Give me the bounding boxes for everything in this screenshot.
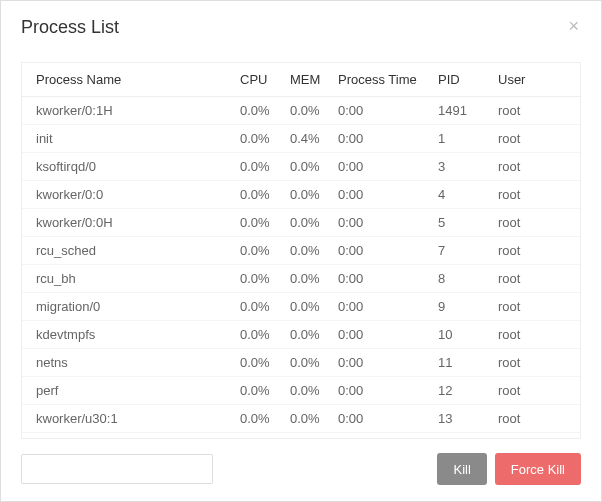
table-row[interactable]: migration/00.0%0.0%0:009root — [22, 293, 580, 321]
cell-time: 0:00 — [330, 153, 430, 181]
modal-title: Process List — [21, 17, 119, 38]
cell-mem: 0.0% — [282, 349, 330, 377]
modal-header: Process List × — [1, 1, 601, 52]
cell-user: root — [490, 237, 580, 265]
cell-pid: 7 — [430, 237, 490, 265]
cell-mem: 0.0% — [282, 293, 330, 321]
table-row[interactable]: kworker/0:0H0.0%0.0%0:005root — [22, 209, 580, 237]
col-header-time[interactable]: Process Time — [330, 63, 430, 97]
cell-pid: 3 — [430, 153, 490, 181]
cell-name: kworker/u30:1 — [22, 405, 232, 433]
cell-pid: 13 — [430, 405, 490, 433]
cell-name: kdevtmpfs — [22, 321, 232, 349]
cell-mem: 0.0% — [282, 153, 330, 181]
cell-name: perf — [22, 377, 232, 405]
cell-pid: 8 — [430, 265, 490, 293]
cell-time: 0:00 — [330, 265, 430, 293]
table-row[interactable]: xenwatch0.0%0.0%0:0015root — [22, 433, 580, 440]
cell-time: 0:00 — [330, 433, 430, 440]
cell-time: 0:00 — [330, 181, 430, 209]
cell-cpu: 0.0% — [232, 433, 282, 440]
table-row[interactable]: kworker/0:00.0%0.0%0:004root — [22, 181, 580, 209]
table-row[interactable]: ksoftirqd/00.0%0.0%0:003root — [22, 153, 580, 181]
cell-time: 0:00 — [330, 349, 430, 377]
cell-name: netns — [22, 349, 232, 377]
table-row[interactable]: kworker/u30:10.0%0.0%0:0013root — [22, 405, 580, 433]
cell-user: root — [490, 377, 580, 405]
cell-user: root — [490, 265, 580, 293]
cell-mem: 0.0% — [282, 321, 330, 349]
cell-mem: 0.4% — [282, 125, 330, 153]
cell-mem: 0.0% — [282, 265, 330, 293]
modal-footer: Kill Force Kill — [1, 439, 601, 501]
cell-user: root — [490, 405, 580, 433]
cell-pid: 4 — [430, 181, 490, 209]
cell-name: xenwatch — [22, 433, 232, 440]
cell-pid: 5 — [430, 209, 490, 237]
cell-cpu: 0.0% — [232, 181, 282, 209]
kill-button[interactable]: Kill — [437, 453, 486, 485]
col-header-user[interactable]: User — [490, 63, 580, 97]
cell-name: kworker/0:1H — [22, 97, 232, 125]
filter-input[interactable] — [21, 454, 213, 484]
cell-time: 0:00 — [330, 125, 430, 153]
cell-time: 0:00 — [330, 209, 430, 237]
cell-pid: 9 — [430, 293, 490, 321]
cell-name: migration/0 — [22, 293, 232, 321]
cell-cpu: 0.0% — [232, 153, 282, 181]
table-row[interactable]: kdevtmpfs0.0%0.0%0:0010root — [22, 321, 580, 349]
table-row[interactable]: init0.0%0.4%0:001root — [22, 125, 580, 153]
cell-cpu: 0.0% — [232, 237, 282, 265]
cell-mem: 0.0% — [282, 377, 330, 405]
cell-user: root — [490, 209, 580, 237]
cell-user: root — [490, 433, 580, 440]
cell-time: 0:00 — [330, 377, 430, 405]
force-kill-button[interactable]: Force Kill — [495, 453, 581, 485]
cell-pid: 10 — [430, 321, 490, 349]
cell-cpu: 0.0% — [232, 125, 282, 153]
cell-time: 0:00 — [330, 405, 430, 433]
table-row[interactable]: perf0.0%0.0%0:0012root — [22, 377, 580, 405]
cell-user: root — [490, 125, 580, 153]
cell-time: 0:00 — [330, 321, 430, 349]
process-table: Process Name CPU MEM Process Time PID Us… — [22, 63, 580, 439]
col-header-name[interactable]: Process Name — [22, 63, 232, 97]
table-row[interactable]: rcu_sched0.0%0.0%0:007root — [22, 237, 580, 265]
col-header-mem[interactable]: MEM — [282, 63, 330, 97]
col-header-cpu[interactable]: CPU — [232, 63, 282, 97]
cell-pid: 1491 — [430, 97, 490, 125]
table-header-row: Process Name CPU MEM Process Time PID Us… — [22, 63, 580, 97]
cell-time: 0:00 — [330, 293, 430, 321]
cell-user: root — [490, 293, 580, 321]
cell-cpu: 0.0% — [232, 349, 282, 377]
cell-mem: 0.0% — [282, 433, 330, 440]
cell-pid: 12 — [430, 377, 490, 405]
cell-mem: 0.0% — [282, 237, 330, 265]
cell-cpu: 0.0% — [232, 209, 282, 237]
col-header-pid[interactable]: PID — [430, 63, 490, 97]
cell-user: root — [490, 181, 580, 209]
cell-time: 0:00 — [330, 237, 430, 265]
cell-name: kworker/0:0H — [22, 209, 232, 237]
table-row[interactable]: netns0.0%0.0%0:0011root — [22, 349, 580, 377]
cell-name: kworker/0:0 — [22, 181, 232, 209]
cell-cpu: 0.0% — [232, 321, 282, 349]
cell-user: root — [490, 321, 580, 349]
cell-name: rcu_bh — [22, 265, 232, 293]
cell-name: rcu_sched — [22, 237, 232, 265]
cell-pid: 1 — [430, 125, 490, 153]
cell-mem: 0.0% — [282, 181, 330, 209]
cell-mem: 0.0% — [282, 209, 330, 237]
cell-pid: 11 — [430, 349, 490, 377]
close-icon[interactable]: × — [566, 17, 581, 35]
cell-cpu: 0.0% — [232, 293, 282, 321]
cell-mem: 0.0% — [282, 405, 330, 433]
cell-pid: 15 — [430, 433, 490, 440]
cell-cpu: 0.0% — [232, 405, 282, 433]
cell-user: root — [490, 153, 580, 181]
cell-time: 0:00 — [330, 97, 430, 125]
table-row[interactable]: kworker/0:1H0.0%0.0%0:001491root — [22, 97, 580, 125]
process-table-wrapper[interactable]: Process Name CPU MEM Process Time PID Us… — [21, 62, 581, 439]
cell-user: root — [490, 349, 580, 377]
table-row[interactable]: rcu_bh0.0%0.0%0:008root — [22, 265, 580, 293]
